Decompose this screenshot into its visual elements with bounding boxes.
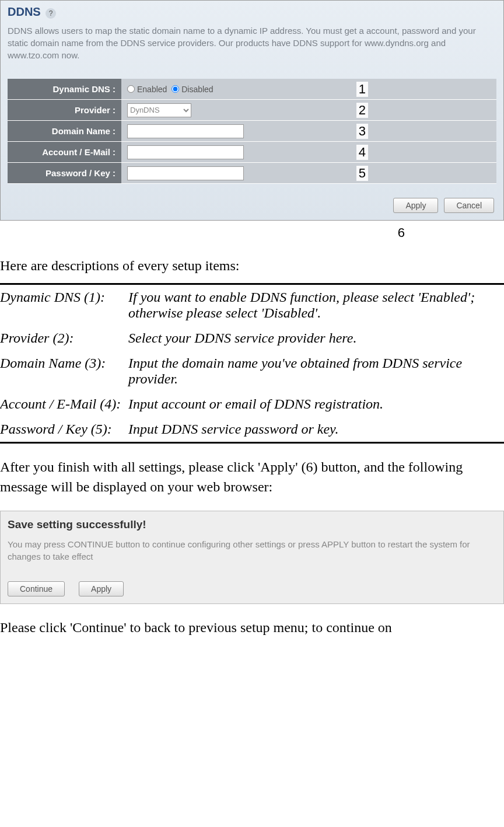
descriptions-table: Dynamic DNS (1): If you want to enable D… <box>0 283 504 444</box>
panel-intro-text: DDNS allows users to map the static doma… <box>8 25 496 61</box>
label-domain-name: Domain Name : <box>8 121 121 141</box>
badge-1: 1 <box>356 82 368 97</box>
input-account-email[interactable] <box>127 145 244 159</box>
radio-disabled[interactable] <box>172 85 179 93</box>
badge-5: 5 <box>356 166 368 181</box>
panel-title: DDNS <box>8 5 41 18</box>
desc-text: Input DDNS service password or key. <box>128 421 504 437</box>
badge-4: 4 <box>356 145 368 160</box>
badge-2: 2 <box>356 103 368 118</box>
label-dynamic-dns: Dynamic DNS : <box>8 79 121 99</box>
field-password-key <box>121 163 496 183</box>
label-provider: Provider : <box>8 100 121 120</box>
radio-disabled-label: Disabled <box>181 85 213 94</box>
save-success-panel: Save setting successfully! You may press… <box>0 511 504 604</box>
save-text: You may press CONTINUE button to continu… <box>8 538 496 563</box>
row-domain-name: Domain Name : 3 <box>8 121 496 142</box>
apply-button[interactable]: Apply <box>393 198 438 213</box>
desc-text: Input account or email of DDNS registrat… <box>128 396 504 412</box>
button-row: Apply Cancel <box>8 198 496 213</box>
label-password-key: Password / Key : <box>8 163 121 183</box>
label-account-email: Account / E-Mail : <box>8 142 121 162</box>
input-domain-name[interactable] <box>127 124 244 138</box>
help-icon[interactable]: ? <box>46 8 56 19</box>
desc-label: Password / Key (5): <box>0 421 128 437</box>
cancel-button[interactable]: Cancel <box>444 198 494 213</box>
row-dynamic-dns: Dynamic DNS : Enabled Disabled 1 <box>8 79 496 100</box>
input-password-key[interactable] <box>127 166 244 180</box>
continue-button[interactable]: Continue <box>8 581 65 596</box>
row-account-email: Account / E-Mail : 4 <box>8 142 496 163</box>
desc-label: Domain Name (3): <box>0 355 128 387</box>
desc-row: Dynamic DNS (1): If you want to enable D… <box>0 285 504 326</box>
field-account-email <box>121 142 496 162</box>
save-title: Save setting successfully! <box>8 518 496 531</box>
desc-label: Dynamic DNS (1): <box>0 289 128 321</box>
desc-row: Provider (2): Select your DDNS service p… <box>0 326 504 351</box>
field-provider: DynDNS <box>121 100 496 120</box>
save-buttons-row: Continue Apply <box>8 581 496 596</box>
ddns-config-panel: DDNS ? DDNS allows users to map the stat… <box>0 0 504 221</box>
desc-row: Password / Key (5): Input DDNS service p… <box>0 417 504 442</box>
radio-enabled-label: Enabled <box>137 85 167 94</box>
desc-row: Domain Name (3): Input the domain name y… <box>0 351 504 392</box>
desc-text: If you want to enable DDNS function, ple… <box>128 289 504 321</box>
panel-title-row: DDNS ? <box>8 5 496 19</box>
field-domain-name <box>121 121 496 141</box>
desc-label: Provider (2): <box>0 330 128 346</box>
apply-button-2[interactable]: Apply <box>79 581 124 596</box>
desc-row: Account / E-Mail (4): Input account or e… <box>0 392 504 417</box>
select-provider[interactable]: DynDNS <box>127 103 191 117</box>
desc-text: Select your DDNS service provider here. <box>128 330 504 346</box>
badge-3: 3 <box>356 124 368 139</box>
field-dynamic-dns: Enabled Disabled <box>121 79 496 99</box>
desc-text: Input the domain name you've obtained fr… <box>128 355 504 387</box>
desc-label: Account / E-Mail (4): <box>0 396 128 412</box>
radio-enabled[interactable] <box>127 85 135 93</box>
after-settings-text: After you finish with all settings, plea… <box>0 458 504 497</box>
footer-text: Please click 'Continue' to back to previ… <box>0 618 504 638</box>
badge-6: 6 <box>0 225 504 240</box>
row-password-key: Password / Key : 5 <box>8 163 496 184</box>
row-provider: Provider : DynDNS 2 <box>8 100 496 121</box>
descriptions-intro: Here are descriptions of every setup ite… <box>0 258 504 274</box>
